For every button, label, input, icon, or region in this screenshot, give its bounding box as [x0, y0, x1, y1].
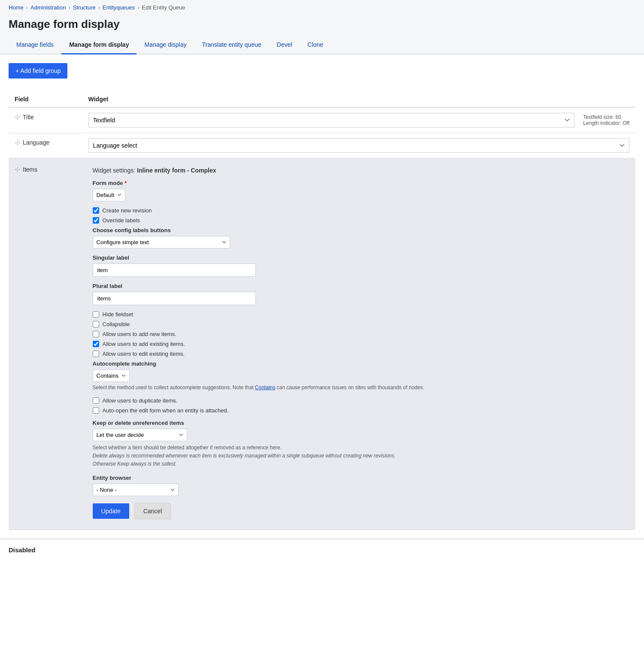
disabled-section: Disabled — [0, 539, 644, 560]
tab-devel[interactable]: Devel — [269, 36, 300, 54]
hide-fieldset-label: Hide fieldset — [103, 311, 134, 318]
breadcrumb-current: Edit Entity Queue — [142, 4, 185, 11]
override-labels-row: Override labels — [93, 217, 625, 224]
collapsible-row: Collapsible — [93, 321, 625, 327]
widget-settings-title: Widget settings: Inline entity form - Co… — [93, 167, 625, 174]
breadcrumb-home[interactable]: Home — [9, 4, 24, 11]
title-widget-info: Textfield size: 60Length indicator: Off — [579, 114, 629, 126]
breadcrumb-structure[interactable]: Structure — [73, 4, 96, 11]
override-labels-checkbox[interactable] — [93, 217, 99, 224]
hide-fieldset-checkbox[interactable] — [93, 311, 99, 318]
drag-handle-title[interactable]: ⊹ — [15, 113, 20, 121]
plural-label-label: Plural label — [93, 283, 625, 289]
keep-delete-label: Keep or delete unreferenced items — [93, 420, 625, 426]
page-wrapper: Home › Administration › Structure › Enti… — [0, 0, 644, 660]
auto-open-checkbox[interactable] — [93, 407, 99, 414]
content-area: + Add field group Field Widget ⊹ Title — [0, 54, 644, 539]
config-labels-group: Choose config labels buttons Configure s… — [93, 227, 625, 248]
config-labels-label: Choose config labels buttons — [93, 227, 625, 233]
entity-browser-select[interactable]: - None - — [93, 484, 179, 496]
form-buttons: Update Cancel — [93, 503, 625, 519]
allow-edit-existing-checkbox[interactable] — [93, 351, 99, 357]
tab-manage-display[interactable]: Manage display — [137, 36, 194, 54]
auto-open-label: Auto-open the edit form when an entity i… — [103, 407, 228, 414]
cancel-button[interactable]: Cancel — [134, 503, 171, 519]
allow-add-existing-checkbox[interactable] — [93, 341, 99, 347]
field-language-label: Language — [23, 139, 49, 146]
override-labels-label: Override labels — [103, 217, 140, 224]
drag-handle-items[interactable]: ⊹ — [15, 165, 20, 173]
widget-settings-subtitle: Inline entity form - Complex — [137, 167, 216, 174]
col-widget: Widget — [82, 91, 635, 107]
allow-add-new-checkbox[interactable] — [93, 331, 99, 337]
table-row-items: ⊹ Items Widget settings: Inline entity f… — [9, 158, 635, 530]
allow-duplicate-row: Allow users to duplicate items. — [93, 397, 625, 404]
allow-edit-existing-row: Allow users to edit existing items. — [93, 351, 625, 357]
create-revision-row: Create new revision — [93, 207, 625, 214]
keep-delete-select[interactable]: Let the user decide — [93, 429, 187, 441]
keep-delete-note: Select whether a item should be deleted … — [93, 444, 625, 469]
title-widget-select[interactable]: Textfield — [88, 113, 575, 127]
language-widget-select[interactable]: Language select — [88, 138, 629, 153]
autocomplete-select[interactable]: Contains — [93, 369, 130, 382]
singular-label-group: Singular label item — [93, 254, 625, 277]
form-mode-select[interactable]: Default — [93, 189, 125, 201]
allow-add-new-label: Allow users to add new items. — [103, 331, 176, 337]
allow-duplicate-checkbox[interactable] — [93, 397, 99, 404]
add-field-group-button[interactable]: + Add field group — [9, 63, 67, 79]
create-revision-label: Create new revision — [103, 207, 152, 214]
hide-fieldset-row: Hide fieldset — [93, 311, 625, 318]
plural-label-input[interactable]: items — [93, 292, 256, 305]
singular-label-label: Singular label — [93, 254, 625, 261]
form-table: Field Widget ⊹ Title — [9, 91, 635, 530]
field-items-label: Items — [23, 166, 37, 173]
col-field: Field — [9, 91, 82, 107]
allow-add-existing-row: Allow users to add existing items. — [93, 341, 625, 347]
update-button[interactable]: Update — [93, 503, 129, 519]
page-title: Manage form display — [0, 15, 644, 36]
autocomplete-label: Autocomplete matching — [93, 360, 625, 367]
allow-add-existing-label: Allow users to add existing items. — [103, 341, 185, 347]
autocomplete-group: Autocomplete matching Contains Select th… — [93, 360, 625, 391]
plural-label-group: Plural label items — [93, 283, 625, 305]
tab-clone[interactable]: Clone — [300, 36, 331, 54]
tabs: Manage fields Manage form display Manage… — [0, 36, 644, 54]
field-language-cell: ⊹ Language — [15, 139, 76, 147]
allow-add-new-row: Allow users to add new items. — [93, 331, 625, 337]
widget-settings-panel: Widget settings: Inline entity form - Co… — [82, 158, 635, 530]
collapsible-checkbox[interactable] — [93, 321, 99, 327]
keep-delete-group: Keep or delete unreferenced items Let th… — [93, 420, 625, 469]
auto-open-row: Auto-open the edit form when an entity i… — [93, 407, 625, 414]
breadcrumb-entityqueues[interactable]: Entityqueues — [103, 4, 135, 11]
autocomplete-note: Select the method used to collect autoco… — [93, 384, 625, 391]
field-items-cell: ⊹ Items — [15, 165, 76, 173]
tab-manage-fields[interactable]: Manage fields — [9, 36, 61, 54]
breadcrumb-administration[interactable]: Administration — [30, 4, 66, 11]
allow-edit-existing-label: Allow users to edit existing items. — [103, 351, 185, 357]
config-labels-select[interactable]: Configure simple text — [93, 236, 230, 248]
singular-label-input[interactable]: item — [93, 263, 256, 277]
entity-browser-label: Entity browser — [93, 475, 625, 481]
drag-handle-language[interactable]: ⊹ — [15, 139, 20, 147]
create-revision-checkbox[interactable] — [93, 207, 99, 214]
form-mode-group: Form mode * Default — [93, 180, 625, 201]
collapsible-label: Collapsible — [103, 321, 130, 327]
form-mode-label: Form mode * — [93, 180, 625, 186]
allow-duplicate-label: Allow users to duplicate items. — [103, 397, 178, 404]
tab-translate-entity-queue[interactable]: Translate entity queue — [194, 36, 269, 54]
entity-browser-group: Entity browser - None - — [93, 475, 625, 496]
breadcrumb: Home › Administration › Structure › Enti… — [0, 0, 644, 15]
table-row: ⊹ Title Textfield Textfield size: 60Leng… — [9, 107, 635, 133]
table-row: ⊹ Language Language select — [9, 133, 635, 158]
tab-manage-form-display[interactable]: Manage form display — [61, 36, 137, 54]
field-title-cell: ⊹ Title — [15, 113, 76, 121]
field-title-label: Title — [23, 114, 34, 121]
